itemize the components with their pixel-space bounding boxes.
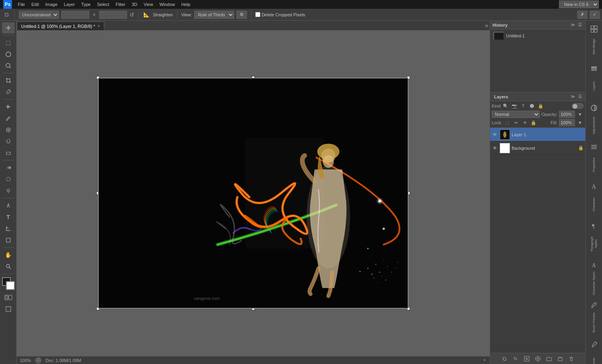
svg-point-20 — [383, 227, 385, 230]
constraint-dropdown[interactable]: Unconstrained — [19, 11, 59, 19]
layer-row-background[interactable]: 👁 Background 🔒 — [490, 141, 585, 155]
canvas-artwork: vangeva.com — [99, 78, 408, 308]
brush-tool[interactable] — [2, 113, 15, 124]
blend-mode-dropdown[interactable]: Normal — [492, 111, 540, 118]
menu-file[interactable]: File — [15, 1, 28, 8]
reset-crop-button[interactable]: ↺ — [129, 12, 134, 18]
gradient-tool[interactable] — [2, 162, 15, 173]
dodge-tool[interactable] — [2, 185, 15, 196]
lock-all-btn[interactable]: 🔒 — [530, 119, 537, 126]
delete-cropped-checkbox[interactable] — [255, 12, 260, 17]
background-visibility-toggle[interactable]: 👁 — [492, 145, 498, 151]
fx-button[interactable]: fx — [512, 355, 520, 362]
menu-help[interactable]: Help — [179, 1, 194, 8]
menu-select[interactable]: Select — [94, 1, 112, 8]
adjustment-layer-btn[interactable] — [534, 355, 542, 362]
shape-tool[interactable] — [2, 235, 15, 246]
filter-smart-btn[interactable]: 🔒 — [537, 102, 544, 110]
filter-toggle[interactable] — [572, 103, 584, 109]
tab-close-button[interactable]: × — [98, 24, 100, 28]
canvas-viewport[interactable]: vangeva.com — [17, 30, 490, 356]
marquee-tool[interactable]: ⬚ — [2, 37, 15, 48]
svg-point-8 — [7, 189, 10, 192]
clone-tool[interactable] — [2, 124, 15, 135]
layers-panel-menu-btn[interactable]: ≫ — [570, 94, 576, 99]
height-input[interactable] — [99, 11, 127, 19]
fill-input[interactable] — [559, 119, 575, 126]
hand-tool[interactable]: ✋ — [2, 249, 15, 260]
add-mask-btn[interactable] — [523, 355, 531, 362]
menu-3d[interactable]: 3D — [129, 1, 140, 8]
dock-brush-presets[interactable]: Brush Presets — [586, 298, 602, 337]
history-brush-tool[interactable] — [2, 136, 15, 147]
delete-layer-btn[interactable] — [567, 355, 575, 362]
confirm-crop-button[interactable]: ✓ — [590, 11, 600, 19]
swap-dimensions-button[interactable]: × — [92, 12, 97, 18]
menu-window[interactable]: Window — [156, 1, 178, 8]
background-color[interactable] — [6, 281, 15, 290]
history-item[interactable]: Untitled-1 — [492, 31, 584, 41]
new-in-cs6-dropdown[interactable]: New in CS 6 — [559, 0, 599, 8]
filter-adjustment-btn[interactable]: 📷 — [511, 102, 518, 110]
path-select-tool[interactable] — [2, 223, 15, 234]
width-input[interactable] — [61, 11, 89, 19]
layer1-visibility-toggle[interactable]: 👁 — [492, 131, 498, 138]
cancel-crop-button[interactable]: ✗ — [577, 11, 587, 19]
fill-arrow-btn[interactable]: ▼ — [577, 119, 584, 126]
filter-shape-btn[interactable] — [528, 102, 536, 110]
status-info-icon[interactable]: ⓘ — [35, 357, 41, 364]
view-settings-button[interactable]: ⚙ — [236, 11, 247, 19]
properties-icon — [590, 143, 598, 152]
menu-type[interactable]: Type — [78, 1, 94, 8]
quick-select-tool[interactable] — [2, 60, 15, 71]
dock-brush[interactable]: Brush — [586, 338, 602, 364]
layers-panel-options-btn[interactable]: ☰ — [577, 94, 583, 99]
history-panel-options-btn[interactable]: ☰ — [577, 22, 583, 27]
layer-row-layer1[interactable]: 👁 Layer 1 — [490, 128, 585, 141]
document-tab[interactable]: Untitled-1 @ 100% (Layer 1, RGB/8) * × — [17, 22, 104, 30]
quick-mask-tool[interactable] — [2, 292, 15, 303]
heal-tool[interactable] — [2, 101, 15, 112]
view-dropdown[interactable]: Rule of Thirds — [194, 11, 234, 19]
menu-layer[interactable]: Layer — [61, 1, 78, 8]
layers-dock-label: Layers — [592, 74, 596, 98]
filter-type-btn[interactable]: T — [520, 102, 527, 110]
opacity-input[interactable] — [559, 111, 575, 118]
lock-position-btn[interactable]: ✛ — [521, 119, 528, 126]
dock-mini-bridge[interactable]: Mini Bridge — [586, 22, 602, 61]
type-tool[interactable]: T — [2, 211, 15, 223]
panel-collapse-button[interactable]: » — [485, 22, 488, 29]
blur-tool[interactable] — [2, 174, 15, 185]
dock-layers[interactable]: Layers — [586, 62, 602, 100]
menu-image[interactable]: Image — [43, 1, 61, 8]
tool-separator-3 — [3, 99, 14, 100]
lock-pixels-btn[interactable]: ✏ — [512, 119, 520, 126]
add-group-btn[interactable] — [545, 355, 553, 362]
menu-edit[interactable]: Edit — [29, 1, 42, 8]
layers-tab[interactable]: Layers — [493, 94, 510, 99]
eyedropper-tool[interactable] — [2, 86, 15, 98]
dock-properties[interactable]: Properties — [586, 141, 602, 179]
crop-tool[interactable] — [2, 75, 15, 86]
lasso-tool[interactable] — [2, 49, 15, 60]
dock-paragraph-styles[interactable]: ¶ Paragraph Styles — [586, 219, 602, 258]
zoom-tool[interactable] — [2, 261, 15, 272]
move-tool[interactable]: ✛ — [2, 22, 15, 33]
dock-character-styles[interactable]: A Character Styles — [586, 259, 602, 297]
change-screen-mode[interactable] — [2, 303, 15, 315]
status-expand-button[interactable] — [483, 358, 487, 363]
eraser-tool[interactable] — [2, 147, 15, 159]
add-layer-btn[interactable] — [556, 355, 564, 362]
dock-character[interactable]: A Character — [586, 180, 602, 219]
opacity-arrow-btn[interactable]: ▼ — [577, 111, 584, 118]
history-panel-menu-btn[interactable]: ≫ — [570, 22, 576, 27]
link-layers-btn[interactable] — [500, 355, 508, 362]
dock-adjustments[interactable]: Adjustments — [586, 101, 602, 140]
filter-pixel-btn[interactable]: 🔍 — [502, 102, 509, 110]
pen-tool[interactable] — [2, 200, 15, 211]
menu-filter[interactable]: Filter — [113, 1, 128, 8]
foreground-background-colors[interactable] — [2, 277, 15, 290]
svg-rect-13 — [5, 295, 8, 300]
menu-view[interactable]: View — [141, 1, 156, 8]
lock-transparent-btn[interactable]: ⬚ — [504, 119, 511, 126]
